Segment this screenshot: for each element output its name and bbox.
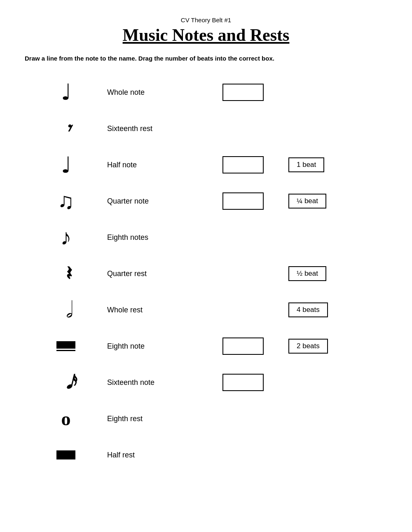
beat-tag[interactable]: 4 beats <box>288 302 328 317</box>
answer-input-box[interactable] <box>222 374 264 391</box>
beats-col: 4 beats <box>280 302 346 317</box>
note-name-label: Sixteenth note <box>107 378 222 387</box>
table-row: ♩ Whole note <box>25 74 387 110</box>
symbol-col: ♩ <box>25 81 107 103</box>
beat-tag[interactable]: ½ beat <box>288 266 326 281</box>
musical-symbol: ♩ <box>61 81 71 103</box>
symbol-col <box>25 341 107 351</box>
note-name-label: Quarter rest <box>107 270 222 278</box>
musical-symbol <box>56 450 75 459</box>
table-row: ♫ Quarter note ¼ beat <box>25 183 387 219</box>
symbol-col: o <box>25 408 107 430</box>
note-name-label: Whole rest <box>107 306 222 314</box>
table-row: 𝅗𝅥 Whole rest 4 beats <box>25 292 387 328</box>
answer-box-col <box>222 156 280 173</box>
table-row: Half rest <box>25 437 387 473</box>
musical-symbol <box>56 341 75 351</box>
beats-col: 2 beats <box>280 339 346 354</box>
beat-tag[interactable]: 2 beats <box>288 339 328 354</box>
symbol-col <box>25 450 107 459</box>
symbol-col: ♪ <box>25 225 107 250</box>
symbol-col: 𝅗𝅥 <box>25 297 107 323</box>
beat-tag[interactable]: ¼ beat <box>288 194 326 209</box>
answer-input-box[interactable] <box>222 156 264 173</box>
symbol-col: ♩ <box>25 152 107 178</box>
note-name-label: Half note <box>107 161 222 169</box>
subtitle: CV Theory Belt #1 <box>25 16 387 23</box>
musical-symbol: ♪ <box>61 225 72 250</box>
note-name-label: Sixteenth rest <box>107 124 222 133</box>
musical-symbol: ♫ <box>58 188 75 214</box>
answer-box-col <box>222 84 280 101</box>
table-row: ♩ Half note 1 beat <box>25 147 387 183</box>
note-name-label: Eighth notes <box>107 233 222 242</box>
page-title: Music Notes and Rests <box>25 25 387 45</box>
instructions: Draw a line from the note to the name. D… <box>25 55 387 62</box>
answer-input-box[interactable] <box>222 337 264 355</box>
musical-symbol: ♩ <box>61 152 71 178</box>
answer-box-col <box>222 192 280 210</box>
table-row: 𝅘𝅥𝅯 Sixteenth note <box>25 364 387 401</box>
beats-col: ½ beat <box>280 266 346 281</box>
answer-input-box[interactable] <box>222 84 264 101</box>
symbol-col: 𝅘𝅥𝅯 <box>25 372 107 393</box>
table-row: o Eighth rest <box>25 401 387 437</box>
note-name-label: Eighth rest <box>107 415 222 423</box>
symbol-col: ♫ <box>25 188 107 214</box>
symbol-col: 𝄾 <box>25 119 107 138</box>
table-row: 𝄾 Sixteenth rest <box>25 110 387 147</box>
beats-col: ¼ beat <box>280 194 346 209</box>
beats-col: 1 beat <box>280 157 346 172</box>
note-name-label: Half rest <box>107 451 222 459</box>
rows-container: ♩ Whole note 𝄾 Sixteenth rest ♩ Half not… <box>25 74 387 473</box>
table-row: Eighth note 2 beats <box>25 328 387 364</box>
beat-tag[interactable]: 1 beat <box>288 157 324 172</box>
symbol-col: 𝄽 <box>25 262 107 286</box>
answer-box-col <box>222 374 280 391</box>
answer-input-box[interactable] <box>222 192 264 210</box>
note-name-label: Whole note <box>107 88 222 97</box>
note-name-label: Quarter note <box>107 197 222 206</box>
answer-box-col <box>222 337 280 355</box>
note-name-label: Eighth note <box>107 342 222 351</box>
musical-symbol: o <box>61 408 71 430</box>
table-row: ♪ Eighth notes <box>25 219 387 255</box>
table-row: 𝄽 Quarter rest ½ beat <box>25 255 387 292</box>
